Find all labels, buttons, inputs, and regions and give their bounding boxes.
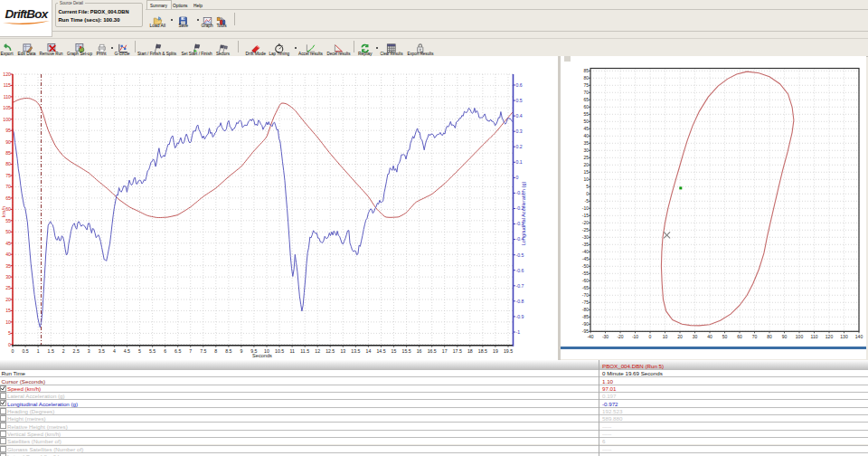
svg-text:-1: -1 [516,329,521,335]
svg-text:75: 75 [5,173,11,178]
svg-text:20: 20 [5,297,11,302]
svg-text:25: 25 [5,285,11,290]
svg-text:55: 55 [583,111,589,117]
svg-text:0.4: 0.4 [516,113,523,119]
svg-text:-85: -85 [582,314,589,319]
svg-text:7: 7 [189,348,192,354]
svg-text:0.6: 0.6 [516,82,523,88]
svg-text:G-circle: G-circle [115,50,130,56]
svg-text:-10: -10 [632,334,638,339]
svg-text:-45: -45 [582,256,589,261]
svg-text:40: 40 [5,252,11,257]
svg-text:10: 10 [583,176,589,182]
svg-text:Graph Set-up: Graph Set-up [67,50,92,56]
svg-text:-65: -65 [582,285,589,290]
svg-text:110: 110 [4,94,11,100]
svg-text:60: 60 [5,206,11,212]
svg-text:17: 17 [442,348,448,354]
svg-text:7.5: 7.5 [200,348,206,354]
svg-text:50: 50 [722,334,728,339]
svg-text:3: 3 [88,348,90,354]
svg-text:Tools: Tools [217,22,227,28]
svg-text:70: 70 [752,334,758,339]
svg-text:10: 10 [663,334,668,339]
svg-text:100: 100 [3,117,11,122]
svg-text:6.5: 6.5 [175,348,181,354]
svg-text:Sectors: Sectors [216,50,230,56]
svg-text:Summary: Summary [150,2,168,8]
svg-text:-0.5: -0.5 [516,252,524,258]
svg-text:12.5: 12.5 [326,348,335,354]
svg-text:0: 0 [516,175,519,180]
svg-text:Replay: Replay [358,50,373,56]
svg-text:0: 0 [12,348,14,354]
svg-text:80: 80 [583,75,589,81]
svg-text:-90: -90 [582,321,589,327]
svg-text:Longitudinal Acceleration (g): Longitudinal Acceleration (g) [521,182,526,246]
svg-text:50: 50 [583,119,589,124]
svg-text:-80: -80 [582,307,589,312]
svg-text:55: 55 [5,218,11,223]
svg-text:-0.8: -0.8 [516,299,524,304]
svg-text:50: 50 [5,229,11,234]
svg-text:11.5: 11.5 [300,348,309,354]
svg-text:2.5: 2.5 [73,348,80,354]
svg-text:13: 13 [340,348,345,354]
svg-text:70: 70 [5,184,11,189]
svg-text:40: 40 [583,133,589,138]
svg-text:0.2: 0.2 [516,144,523,149]
svg-text:Edit Data: Edit Data [18,50,36,56]
svg-text:Load All: Load All [150,22,166,28]
svg-text:8.5: 8.5 [225,348,231,354]
svg-text:130: 130 [840,334,848,339]
svg-text:Accel results: Accel results [298,50,323,56]
svg-text:20: 20 [583,162,589,167]
svg-text:15: 15 [392,348,397,354]
svg-text:30: 30 [5,274,11,280]
svg-text:Start / Finish & Splits: Start / Finish & Splits [137,50,176,56]
svg-text:18.5: 18.5 [478,348,487,354]
svg-text:2: 2 [62,348,65,354]
svg-text:100: 100 [796,334,804,339]
svg-text:Options: Options [173,2,188,8]
svg-text:5.5: 5.5 [149,348,156,354]
svg-text:Export Results: Export Results [408,50,434,56]
svg-text:Seconds: Seconds [252,353,272,358]
svg-text:90: 90 [782,334,788,339]
svg-text:19: 19 [493,348,498,354]
svg-text:-0.7: -0.7 [516,283,524,289]
svg-text:0.3: 0.3 [516,128,523,134]
svg-text:70: 70 [583,90,589,95]
svg-text:Drift Mode: Drift Mode [246,50,267,56]
svg-text:14.5: 14.5 [376,348,385,354]
svg-text:-30: -30 [602,334,609,339]
svg-text:-15: -15 [582,213,589,218]
svg-text:95: 95 [5,128,11,133]
svg-text:13.5: 13.5 [351,348,360,354]
svg-text:45: 45 [5,241,11,246]
svg-text:0: 0 [586,191,589,196]
svg-text:85: 85 [583,68,589,73]
svg-text:-40: -40 [582,249,589,254]
svg-text:Save: Save [179,22,189,28]
svg-text:45: 45 [583,126,589,131]
svg-text:4.5: 4.5 [124,348,130,354]
svg-text:Current File: PBOX_004.DBN: Current File: PBOX_004.DBN [59,8,129,14]
svg-text:19.5: 19.5 [504,348,513,354]
svg-text:20: 20 [677,334,683,339]
svg-text:0.5: 0.5 [22,348,28,354]
svg-text:-50: -50 [582,263,589,269]
svg-text:Remove Run: Remove Run [40,50,63,56]
svg-text:Lap Timing: Lap Timing [269,50,290,56]
svg-text:Run Time (secs): 100.30: Run Time (secs): 100.30 [59,16,121,23]
svg-text:Source Detail: Source Detail [60,0,83,5]
svg-text:5: 5 [138,348,141,354]
svg-text:15.5: 15.5 [402,348,411,354]
svg-text:120: 120 [826,334,834,339]
svg-text:1.5: 1.5 [48,348,54,354]
svg-text:0: 0 [8,342,11,347]
svg-text:-40: -40 [587,334,593,339]
svg-text:115: 115 [4,82,11,88]
svg-text:Export: Export [1,50,14,56]
svg-text:16.5: 16.5 [428,348,437,354]
